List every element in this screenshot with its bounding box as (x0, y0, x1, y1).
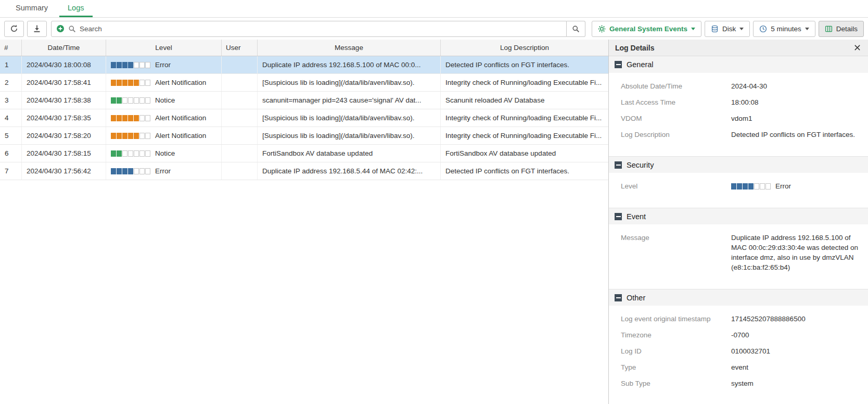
detail-field: Typeevent (621, 362, 863, 372)
column-header-level[interactable]: Level (106, 40, 222, 56)
column-header-datetime[interactable]: Date/Time (22, 40, 106, 56)
tab-summary[interactable]: Summary (7, 0, 56, 17)
log-table: # Date/Time Level User Message Log Descr… (0, 40, 609, 404)
collapse-icon[interactable] (615, 294, 622, 301)
row-number: 4 (0, 109, 22, 127)
level-segment (128, 133, 133, 139)
level-indicator (111, 150, 150, 157)
detail-field: Log event original timestamp171452520788… (621, 314, 863, 324)
row-description: Detected IP conflicts on FGT interfaces. (441, 56, 608, 73)
gear-icon (598, 25, 606, 33)
close-icon[interactable] (853, 43, 862, 52)
log-details-panel: Log Details GeneralAbsolute Date/Time202… (609, 40, 868, 404)
level-segment (111, 62, 116, 68)
table-row[interactable]: 72024/04/30 17:56:42ErrorDuplicate IP ad… (0, 162, 608, 180)
search-field[interactable] (51, 21, 567, 37)
level-segment (128, 168, 133, 174)
table-row[interactable]: 42024/04/30 17:58:35Alert Notification[S… (0, 109, 608, 127)
field-label: Level (621, 181, 731, 191)
level-indicator (111, 168, 150, 174)
details-toggle-label: Details (836, 25, 858, 33)
chevron-down-icon (739, 28, 744, 30)
detail-field: VDOMvdom1 (621, 113, 863, 123)
field-value: Detected IP conflicts on FGT interfaces. (731, 130, 855, 140)
table-row[interactable]: 12024/04/30 18:00:08ErrorDuplicate IP ad… (0, 56, 608, 74)
field-value: 2024-04-30 (731, 81, 767, 91)
level-segment (111, 150, 116, 157)
section-title: Other (627, 294, 645, 302)
level-segment (134, 97, 139, 104)
section-header[interactable]: Event (609, 208, 868, 224)
level-segment (134, 168, 139, 174)
level-segment (139, 133, 145, 139)
add-filter-icon[interactable] (56, 24, 65, 33)
row-datetime: 2024/04/30 17:58:15 (22, 145, 106, 162)
collapse-icon[interactable] (615, 213, 622, 220)
table-row[interactable]: 62024/04/30 17:58:15NoticeFortiSandbox A… (0, 145, 608, 162)
field-label: Log Description (621, 130, 731, 140)
level-segment (145, 133, 150, 139)
section-fields: MessageDuplicate IP address 192.168.5.10… (609, 224, 868, 289)
field-value: system (731, 378, 754, 388)
detail-field: Timezone-0700 (621, 330, 863, 340)
collapse-icon[interactable] (615, 161, 622, 169)
section-header[interactable]: Other (609, 289, 868, 306)
download-button[interactable] (27, 21, 47, 37)
row-datetime: 2024/04/30 18:00:08 (22, 56, 106, 73)
search-submit-button[interactable] (567, 21, 585, 37)
tab-logs[interactable]: Logs (59, 0, 92, 17)
time-range-dropdown[interactable]: 5 minutes (753, 21, 815, 37)
table-row[interactable]: 22024/04/30 17:58:41Alert Notification[S… (0, 74, 608, 92)
row-level-label: Alert Notification (155, 132, 206, 140)
level-segment (117, 168, 122, 174)
level-segment (760, 183, 765, 190)
row-datetime: 2024/04/30 17:58:41 (22, 74, 106, 91)
row-description: FortiSandbox AV database updated (441, 145, 608, 162)
collapse-icon[interactable] (615, 61, 622, 68)
panel-header: Log Details (609, 40, 868, 56)
column-header-user[interactable]: User (222, 40, 258, 56)
log-source-dropdown[interactable]: Disk (705, 21, 750, 37)
column-header-message[interactable]: Message (258, 40, 441, 56)
level-indicator (111, 115, 150, 121)
level-segment (731, 183, 736, 190)
column-header-description[interactable]: Log Description (441, 40, 608, 56)
level-segment (134, 62, 139, 68)
level-segment (117, 150, 122, 157)
row-datetime: 2024/04/30 17:58:38 (22, 92, 106, 109)
row-level-label: Alert Notification (155, 114, 206, 122)
level-segment (134, 150, 139, 157)
level-segment (122, 62, 127, 68)
field-label: Absolute Date/Time (621, 81, 731, 91)
log-source-label: Disk (722, 25, 736, 33)
table-row[interactable]: 32024/04/30 17:58:38Noticescanunit=manag… (0, 92, 608, 109)
section-header[interactable]: Security (609, 156, 868, 173)
column-header-number[interactable]: # (0, 40, 22, 56)
refresh-button[interactable] (4, 21, 24, 37)
row-user (222, 127, 258, 144)
section-header[interactable]: General (609, 56, 868, 73)
toolbar: General System Events Disk 5 minu (0, 18, 868, 40)
field-value: 1714525207888886500 (731, 314, 806, 324)
details-section: GeneralAbsolute Date/Time2024-04-30Last … (609, 56, 868, 156)
field-label: Log ID (621, 346, 731, 356)
row-message: FortiSandbox AV database updated (258, 145, 441, 162)
row-number: 1 (0, 56, 22, 73)
table-row[interactable]: 52024/04/30 17:58:20Alert Notification[S… (0, 127, 608, 145)
search-group (51, 21, 585, 37)
row-user (222, 109, 258, 127)
level-segment (145, 80, 150, 86)
level-segment (748, 183, 754, 190)
panel-title: Log Details (615, 44, 654, 52)
details-toggle-button[interactable]: Details (819, 21, 864, 37)
field-value: Duplicate IP address 192.168.5.100 of MA… (731, 233, 861, 272)
row-level: Notice (106, 92, 222, 109)
level-segment (117, 80, 122, 86)
search-input[interactable] (80, 25, 561, 33)
detail-field: Log ID0100032701 (621, 346, 863, 356)
row-description: Integrity check of Running/loading Execu… (441, 109, 608, 127)
field-value: Error (731, 181, 791, 191)
level-segment (122, 97, 127, 104)
event-type-dropdown[interactable]: General System Events (592, 21, 701, 37)
row-message: [Suspicious lib is loading](/data/lib/av… (258, 74, 441, 91)
